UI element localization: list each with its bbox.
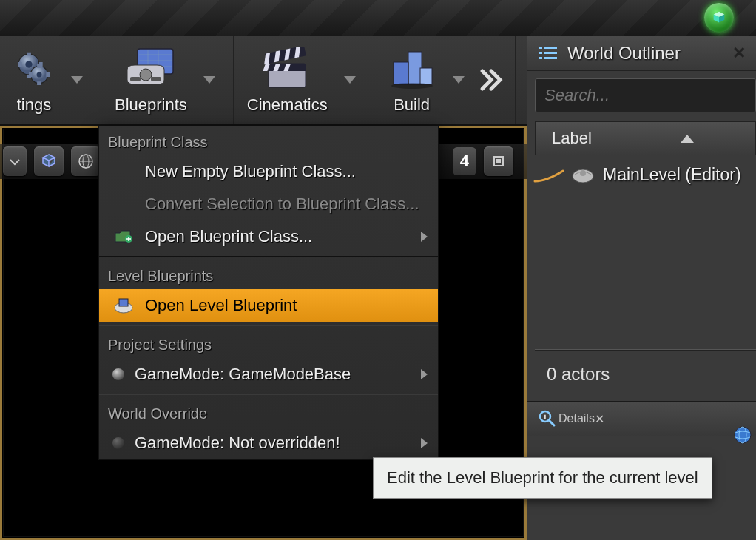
build-button[interactable]: Build [382,39,442,121]
build-icon [388,47,436,92]
svg-rect-33 [544,47,557,49]
svg-point-10 [140,69,152,81]
level-blueprint-icon [113,297,134,314]
svg-rect-32 [539,47,542,49]
search-input[interactable] [544,86,746,105]
svg-rect-34 [539,52,542,54]
submenu-arrow-icon [421,369,428,379]
world-outliner-title: World Outliner [567,43,681,64]
viewport-maximize-button[interactable] [484,146,513,176]
outliner-row-mainlevel[interactable]: MainLevel (Editor) [527,158,756,191]
svg-point-2 [25,61,32,67]
svg-rect-12 [151,77,161,81]
viewport-grid-size[interactable]: 4 [453,147,476,175]
globe-wire-icon [77,152,95,170]
source-control-badge[interactable] [704,3,734,33]
svg-rect-25 [420,68,432,84]
title-bar [0,0,756,36]
svg-rect-23 [408,52,422,84]
actor-count: 0 actors [527,351,756,401]
clapperboard-icon [261,47,313,92]
blueprints-label: Blueprints [115,95,187,115]
svg-rect-24 [394,62,408,84]
submenu-arrow-icon [421,232,428,242]
world-icon [570,164,595,185]
bullet-icon [112,437,124,449]
svg-rect-11 [130,77,141,81]
outliner-icon [538,44,558,62]
viewport-options-button[interactable] [3,146,27,176]
folder-plus-icon [114,229,133,245]
gear-icon [13,49,55,90]
label-header-text: Label [552,129,592,148]
details-icon: i [538,409,558,428]
svg-rect-47 [119,299,128,306]
svg-line-41 [549,420,554,425]
menu-section-world-override: World Override [99,398,438,427]
expand-indicator-icon [533,165,570,184]
divider [99,394,438,395]
divider [99,256,438,257]
outliner-item-label: MainLevel (Editor) [603,165,741,185]
maximize-icon [491,154,506,169]
svg-rect-37 [544,57,557,59]
svg-rect-36 [539,57,542,59]
close-outliner-icon[interactable]: ✕ [732,44,746,63]
details-tab[interactable]: i Details ✕ [527,401,756,436]
outliner-search[interactable] [535,78,756,112]
globe-icon [733,425,752,445]
menu-new-empty-blueprint[interactable]: New Empty Blueprint Class... [99,155,438,188]
viewport-viewmode-button[interactable] [71,146,101,176]
toolbar-overflow-icon[interactable] [478,65,507,95]
cinematics-dropdown-arrow[interactable] [344,76,356,84]
outliner-label-header[interactable]: Label [535,121,756,155]
settings-dropdown-arrow[interactable] [71,76,83,84]
svg-rect-35 [544,52,557,54]
cube-icon [40,152,58,170]
menu-section-level-blueprints: Level Blueprints [99,260,438,289]
menu-gamemode-world[interactable]: GameMode: Not overridden! [99,427,438,459]
menu-open-level-blueprint[interactable]: Open Level Blueprint [99,289,438,322]
submenu-arrow-icon [421,438,428,448]
svg-text:i: i [544,413,547,421]
tooltip: Edit the Level Blueprint for the current… [373,457,712,499]
menu-open-blueprint-class[interactable]: Open Blueprint Class... [99,220,438,253]
svg-point-39 [580,170,586,176]
menu-section-blueprint-class: Blueprint Class [99,126,438,155]
menu-gamemode-project[interactable]: GameMode: GameModeBase [99,358,438,391]
close-details-icon[interactable]: ✕ [595,412,604,426]
viewport-perspective-button[interactable] [34,146,64,176]
svg-point-3 [37,72,42,78]
divider [99,325,438,326]
blueprints-dropdown-menu: Blueprint Class New Empty Blueprint Clas… [98,126,439,460]
menu-convert-selection: Convert Selection to Blueprint Class... [99,188,438,220]
cinematics-label: Cinematics [247,95,328,115]
details-globe-button[interactable] [731,417,755,453]
svg-point-43 [735,427,751,443]
world-outliner-tab[interactable]: World Outliner ✕ [527,36,756,71]
sort-ascending-icon [681,135,694,143]
settings-button[interactable]: tings [7,39,61,121]
details-title: Details [558,412,595,425]
settings-label: tings [17,95,51,115]
cinematics-button[interactable]: Cinematics [241,39,334,121]
svg-point-26 [391,83,433,89]
bullet-icon [112,368,124,380]
blueprints-icon [123,47,179,92]
blueprints-button[interactable]: Blueprints [109,39,193,121]
blueprints-dropdown-arrow[interactable] [203,76,215,84]
build-label: Build [394,95,430,115]
build-dropdown-arrow[interactable] [453,76,465,84]
svg-rect-31 [496,159,501,163]
menu-section-project-settings: Project Settings [99,329,438,358]
